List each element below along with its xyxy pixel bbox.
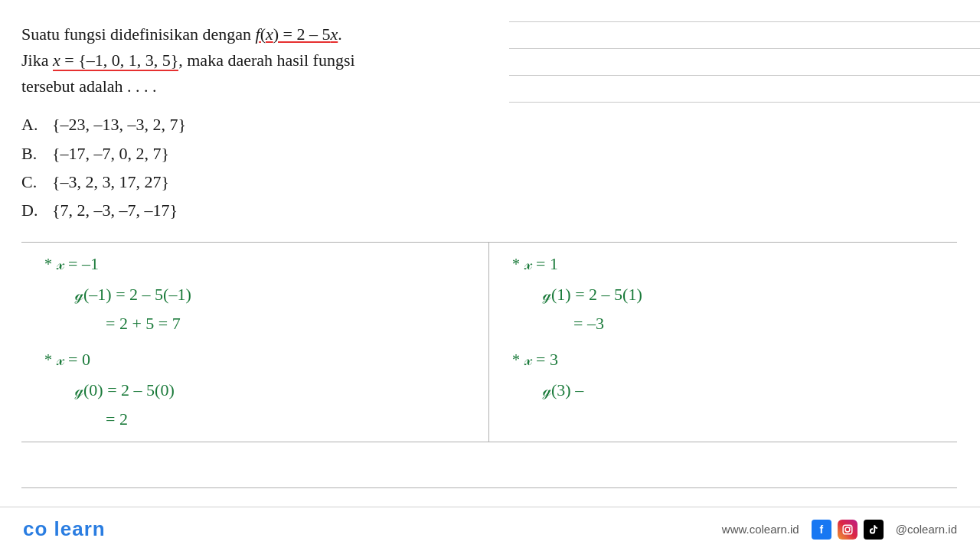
solution-col-left: * 𝓍 = –1 ℊ(–1) = 2 – 5(–1) = 2 + 5 = 7 *… xyxy=(21,243,489,442)
x-1-header: 𝓍 = 1 xyxy=(524,254,558,273)
option-a-label: A. xyxy=(21,110,43,139)
hw-left: * 𝓍 = –1 ℊ(–1) = 2 – 5(–1) = 2 + 5 = 7 *… xyxy=(44,250,488,434)
ruled-lines-area xyxy=(509,21,980,129)
option-a-value: {–23, –13, –3, 2, 7} xyxy=(52,110,186,139)
instagram-icon xyxy=(838,520,858,540)
solution-section: * 𝓍 = –1 ℊ(–1) = 2 – 5(–1) = 2 + 5 = 7 *… xyxy=(21,242,957,488)
asterisk-1: * xyxy=(44,256,52,272)
asterisk-2: * xyxy=(44,351,52,368)
hw-right: * 𝓍 = 1 ℊ(1) = 2 – 5(1) = –3 * 𝓍 = 3 xyxy=(512,250,957,404)
f-neg1-eq: ℊ(–1) = 2 – 5(–1) xyxy=(75,285,191,304)
footer-logo: co learn xyxy=(23,517,106,541)
option-b-value: {–17, –7, 0, 2, 7} xyxy=(52,139,169,168)
f-1-result: = –3 xyxy=(573,314,604,333)
solution-col-right: * 𝓍 = 1 ℊ(1) = 2 – 5(1) = –3 * 𝓍 = 3 xyxy=(489,243,957,442)
fx-formula: f(x) = 2 – 5x xyxy=(256,24,338,44)
svg-rect-0 xyxy=(843,525,852,534)
f-neg1-result: = 2 + 5 = 7 xyxy=(106,314,181,333)
footer-icons: f xyxy=(812,520,884,540)
asterisk-3: * xyxy=(512,256,520,272)
f-0-result: = 2 xyxy=(106,409,128,429)
svg-point-1 xyxy=(845,527,850,532)
empty-solution-space xyxy=(21,442,957,488)
footer-right: www.colearn.id f @colearn.id xyxy=(722,520,957,540)
main-content: Suatu fungsi didefinisikan dengan f(x) =… xyxy=(0,0,980,488)
x-set: x = {–1, 0, 1, 3, 5} xyxy=(53,51,178,71)
option-d-value: {7, 2, –3, –7, –17} xyxy=(52,196,178,224)
x-3-header: 𝓍 = 3 xyxy=(524,350,558,369)
footer: co learn www.colearn.id f @colearn.id xyxy=(0,507,980,551)
x-0-header: 𝓍 = 0 xyxy=(57,350,90,369)
ruled-line-4 xyxy=(509,102,980,103)
facebook-icon: f xyxy=(812,520,831,540)
f-1-eq: ℊ(1) = 2 – 5(1) xyxy=(543,285,642,304)
solution-grid-upper: * 𝓍 = –1 ℊ(–1) = 2 – 5(–1) = 2 + 5 = 7 *… xyxy=(21,243,957,442)
option-b-label: B. xyxy=(21,139,43,168)
ruled-line-3 xyxy=(509,75,980,76)
option-c: C. {–3, 2, 3, 17, 27} xyxy=(21,168,957,196)
option-c-value: {–3, 2, 3, 17, 27} xyxy=(52,168,169,196)
tiktok-icon xyxy=(864,520,884,540)
ruled-line-1 xyxy=(509,21,980,22)
f-0-eq: ℊ(0) = 2 – 5(0) xyxy=(75,380,175,399)
x-neg1-header: 𝓍 = –1 xyxy=(57,254,99,273)
option-c-label: C. xyxy=(21,168,43,196)
option-d: D. {7, 2, –3, –7, –17} xyxy=(21,196,957,224)
footer-handle: @colearn.id xyxy=(896,523,957,536)
option-b: B. {–17, –7, 0, 2, 7} xyxy=(21,139,957,168)
asterisk-4: * xyxy=(512,351,520,368)
svg-point-2 xyxy=(849,526,851,527)
ruled-line-2 xyxy=(509,48,980,49)
option-d-label: D. xyxy=(21,196,43,224)
f-3-eq: ℊ(3) – xyxy=(543,380,583,399)
footer-url: www.colearn.id xyxy=(722,523,799,536)
